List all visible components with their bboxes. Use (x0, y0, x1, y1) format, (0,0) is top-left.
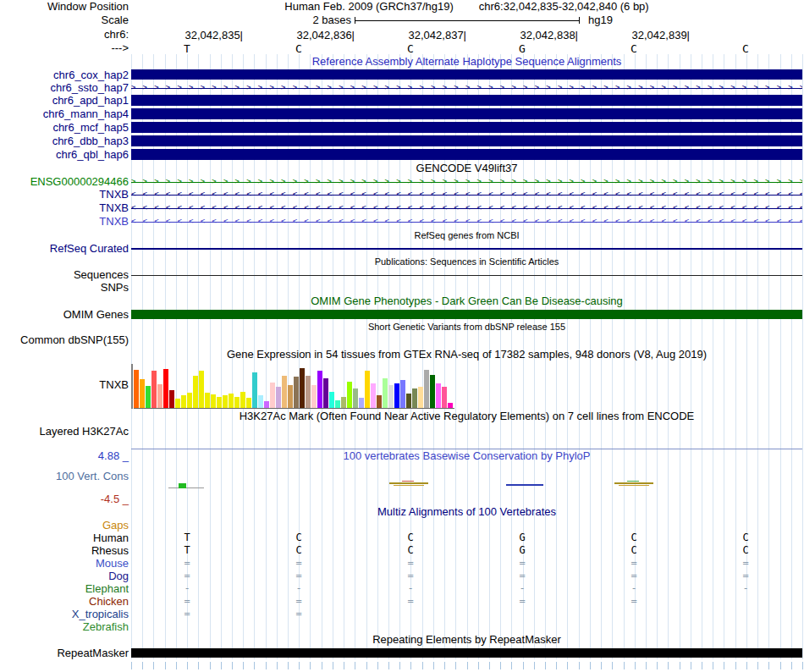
species-label-rhesus[interactable]: Rhesus (0, 544, 131, 557)
refseq-title[interactable]: RefSeq genes from NCBI (414, 229, 519, 242)
haplotype-alignment-bar[interactable] (131, 122, 802, 133)
species-alignment[interactable]: ====== (131, 557, 802, 570)
gtex-tissue-bar[interactable] (400, 380, 405, 408)
gtex-tissue-bar[interactable] (205, 393, 210, 408)
gtex-title[interactable]: Gene Expression in 54 tissues from GTEx … (227, 347, 707, 361)
sequences-label[interactable]: Sequences (0, 268, 131, 282)
gtex-tissue-bar[interactable] (365, 371, 370, 408)
gtex-tissue-bar[interactable] (347, 382, 352, 408)
gtex-tissue-bar[interactable] (181, 395, 186, 408)
species-label-elephant[interactable]: Elephant (0, 582, 131, 595)
refseq-curated-label[interactable]: RefSeq Curated (0, 242, 131, 256)
species-alignment[interactable] (131, 620, 802, 633)
haplotype-track-title[interactable]: Reference Assembly Alternate Haplotype S… (312, 55, 622, 69)
species-label-gaps[interactable]: Gaps (0, 519, 131, 532)
gtex-tissue-bar[interactable] (175, 399, 180, 408)
species-alignment[interactable]: TCCGCC (131, 544, 802, 557)
gtex-tissue-bar[interactable] (436, 383, 441, 408)
sequences-item[interactable] (131, 275, 802, 276)
gene-label[interactable]: TNXB (0, 188, 131, 201)
species-label-mouse[interactable]: Mouse (0, 557, 131, 570)
gtex-tissue-bar[interactable] (134, 370, 139, 408)
gtex-gene-label[interactable]: TNXB (0, 361, 131, 409)
gtex-tissue-bar[interactable] (240, 392, 245, 408)
gtex-tissue-bar[interactable] (430, 375, 435, 408)
species-label-chicken[interactable]: Chicken (0, 595, 131, 608)
omim-genes-label[interactable]: OMIM Genes (0, 308, 131, 321)
gtex-tissue-bar[interactable] (371, 383, 376, 408)
gtex-tissue-bar[interactable] (412, 388, 417, 408)
gtex-tissue-bar[interactable] (294, 377, 299, 408)
gtex-tissue-bar[interactable] (187, 393, 192, 408)
snps-label[interactable]: SNPs (0, 282, 131, 294)
dbsnp-title[interactable]: Short Genetic Variants from dbSNP releas… (368, 321, 565, 333)
haplotype-alignment-bar[interactable] (131, 135, 802, 146)
gtex-tissue-bar[interactable] (317, 371, 322, 408)
repeatmasker-bar[interactable] (131, 648, 802, 658)
gtex-tissue-bar[interactable] (140, 379, 145, 408)
species-label-dog[interactable]: Dog (0, 570, 131, 582)
gtex-tissue-bar[interactable] (418, 387, 423, 408)
gtex-tissue-bar[interactable] (388, 385, 394, 408)
gene-transcript-line[interactable]: <<<<<<<<<<<<<<<<<<<<<<<<<<<<<<<<<<<<<<<<… (131, 215, 802, 229)
track-label[interactable]: chr6_qbl_hap6 (0, 148, 131, 162)
refseq-curated-item[interactable] (131, 248, 802, 250)
gene-label[interactable]: TNXB (0, 215, 131, 229)
track-label[interactable]: chr6_dbb_hap3 (0, 135, 131, 148)
gene-label[interactable]: TNXB (0, 201, 131, 215)
gtex-tissue-bar[interactable] (383, 378, 388, 408)
gtex-tissue-bar[interactable] (199, 371, 204, 408)
gtex-tissue-bar[interactable] (359, 398, 364, 408)
species-label-human[interactable]: Human (0, 532, 131, 544)
gtex-tissue-bar[interactable] (217, 397, 222, 408)
species-label-x_tropicalis[interactable]: X_tropicalis (0, 608, 131, 620)
gtex-tissue-bar[interactable] (223, 395, 228, 408)
species-alignment[interactable]: == (131, 608, 802, 620)
publications-title[interactable]: Publications: Sequences in Scientific Ar… (375, 256, 559, 268)
gtex-tissue-bar[interactable] (193, 376, 198, 408)
haplotype-alignment-bar[interactable] (131, 108, 802, 119)
gtex-tissue-bar[interactable] (300, 368, 305, 408)
gtex-tissue-bar[interactable] (448, 403, 453, 408)
dbsnp-label[interactable]: Common dbSNP(155) (0, 333, 131, 347)
track-label[interactable]: chr6_cox_hap2 (0, 69, 131, 81)
gtex-tissue-bar[interactable] (151, 371, 157, 408)
phylop-title[interactable]: 100 vertebrates Basewise Conservation by… (344, 449, 591, 463)
gtex-tissue-bar[interactable] (211, 394, 216, 408)
track-label[interactable]: chr6_apd_hap1 (0, 94, 131, 107)
gtex-tissue-bar[interactable] (264, 401, 269, 408)
gtex-tissue-bar[interactable] (229, 394, 234, 408)
gtex-tissue-bar[interactable] (163, 369, 168, 408)
gtex-tissue-bar[interactable] (353, 388, 358, 408)
gtex-tissue-bar[interactable] (406, 394, 411, 408)
track-label[interactable]: chr6_mann_hap4 (0, 107, 131, 121)
gtex-tissue-bar[interactable] (323, 378, 328, 408)
gtex-tissue-bar[interactable] (246, 398, 251, 408)
haplotype-alignment-bar[interactable] (131, 69, 802, 80)
omim-title[interactable]: OMIM Gene Phenotypes - Dark Green Can Be… (311, 294, 623, 308)
gtex-tissue-bar[interactable] (329, 392, 334, 408)
gtex-tissue-bar[interactable] (377, 395, 382, 408)
gtex-tissue-bar[interactable] (424, 370, 429, 408)
species-alignment[interactable] (131, 519, 802, 532)
h3k27ac-track-area[interactable] (131, 423, 802, 449)
conservation-marks[interactable] (131, 463, 802, 505)
haplotype-alignment-line[interactable]: >>>>>>>>>>>>>>>>>>>>>>>>>>>>>>>>>>>>>>>>… (131, 81, 802, 94)
species-alignment[interactable]: TCCGCC (131, 532, 802, 544)
gtex-tissue-bar[interactable] (335, 400, 340, 408)
omim-gene-bar[interactable] (131, 310, 802, 319)
species-alignment[interactable]: ====== (131, 570, 802, 582)
gtex-tissue-bar[interactable] (288, 385, 293, 408)
gene-transcript-line[interactable]: >>>>>>>>>>>>>>>>>>>>>>>>>>>>>>>>>>>>>>>>… (131, 175, 802, 188)
gtex-tissue-bar[interactable] (146, 386, 151, 408)
conservation-track-label[interactable]: 100 Vert. Cons (56, 471, 129, 482)
gtex-tissue-bar[interactable] (394, 383, 399, 408)
species-alignment[interactable]: ------ (131, 582, 802, 595)
gtex-tissue-bar[interactable] (306, 376, 311, 408)
repeatmasker-label[interactable]: RepeatMasker (0, 647, 131, 659)
track-label[interactable]: chr6_ssto_hap7 (0, 81, 131, 94)
gtex-tissue-bar[interactable] (270, 383, 275, 408)
species-alignment[interactable]: ===== (131, 595, 802, 608)
multiz-title[interactable]: Multiz Alignments of 100 Vertebrates (377, 505, 556, 519)
repeatmasker-title[interactable]: Repeating Elements by RepeatMasker (372, 633, 561, 647)
